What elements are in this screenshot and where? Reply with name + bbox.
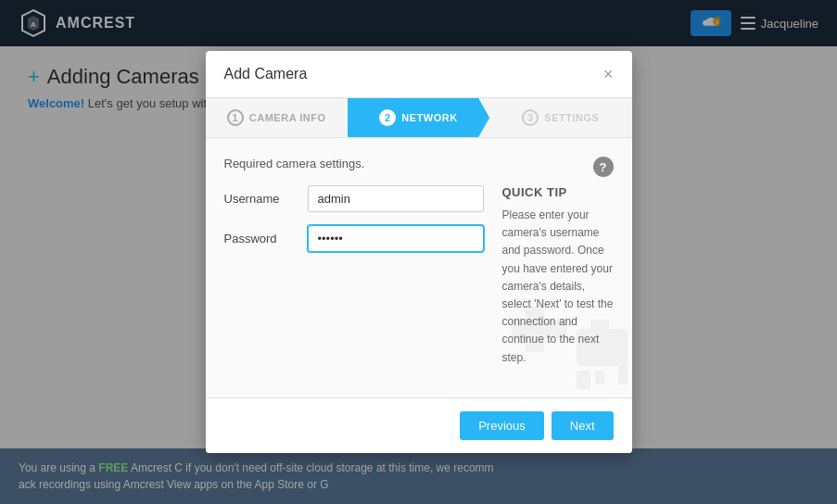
form-fields: Username Password: [224, 185, 484, 367]
modal-close-button[interactable]: ×: [603, 66, 614, 82]
step-indicator: 1 CAMERA INFO 2 NETWORK 3 SETTINGS: [206, 98, 632, 138]
password-row: Password: [224, 225, 484, 252]
quick-tip-text: Please enter your camera's username and …: [502, 207, 614, 367]
step-2-number: 2: [379, 109, 396, 126]
step-1-label: CAMERA INFO: [249, 112, 326, 123]
step-3: 3 SETTINGS: [489, 98, 631, 137]
required-text: Required camera settings.: [224, 157, 614, 170]
username-row: Username: [224, 185, 484, 212]
modal-title: Add Camera: [224, 66, 308, 82]
help-icon[interactable]: ?: [593, 157, 614, 177]
svg-rect-14: [595, 371, 604, 384]
password-input[interactable]: [308, 225, 484, 252]
modal-dialog: Add Camera × 1 CAMERA INFO 2 NETWORK 3 S…: [206, 51, 632, 453]
step-1-number: 1: [227, 109, 244, 126]
form-area: Username Password QUICK TIP Please enter…: [224, 185, 614, 367]
step-3-number: 3: [522, 109, 539, 126]
quick-tip-title: QUICK TIP: [502, 185, 614, 199]
username-input[interactable]: [308, 185, 484, 212]
modal-header: Add Camera ×: [206, 51, 632, 98]
previous-button[interactable]: Previous: [460, 411, 544, 440]
modal-footer: Previous Next: [206, 397, 632, 453]
step-1: 1 CAMERA INFO: [206, 98, 348, 137]
svg-rect-13: [577, 371, 590, 389]
background-page: A AMCREST ! Jacqueline: [0, 0, 837, 504]
next-button[interactable]: Next: [552, 411, 614, 440]
svg-rect-15: [618, 364, 628, 384]
modal-overlay: Add Camera × 1 CAMERA INFO 2 NETWORK 3 S…: [0, 0, 837, 504]
quick-tip-area: QUICK TIP Please enter your camera's use…: [502, 185, 614, 367]
step-2: 2 NETWORK: [348, 98, 489, 137]
password-label: Password: [224, 232, 298, 246]
modal-body: Required camera settings. ? Username Pas…: [206, 138, 632, 397]
username-label: Username: [224, 192, 298, 206]
step-3-label: SETTINGS: [544, 112, 599, 123]
step-2-label: NETWORK: [401, 112, 457, 123]
